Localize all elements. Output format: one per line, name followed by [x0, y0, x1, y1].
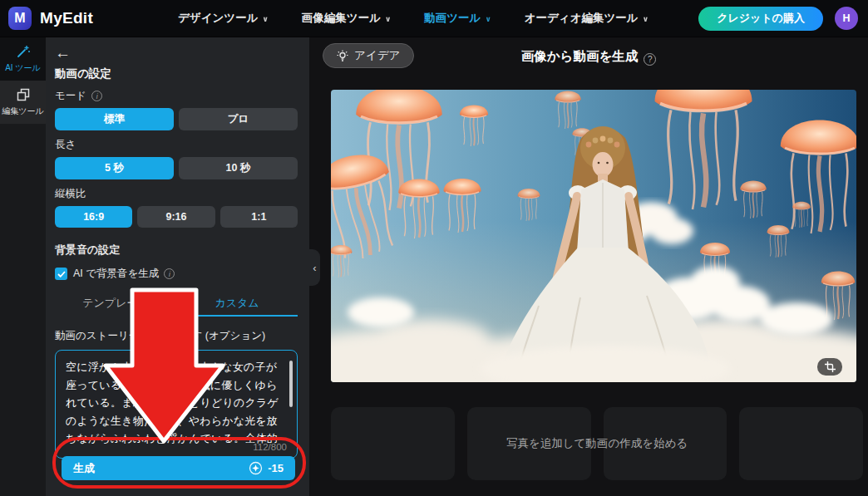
label-text: 長さ	[55, 138, 76, 152]
check-icon	[57, 271, 66, 277]
thumbnail-placeholder[interactable]	[331, 407, 455, 480]
textarea-scrollbar[interactable]	[289, 361, 293, 407]
story-textarea[interactable]: 空に浮かぶ大きな雲の上で小さな女の子が座っている。女の子の髪は風に優しくゆられて…	[55, 350, 298, 459]
mode-standard-button[interactable]: 標準	[55, 108, 174, 130]
bgm-section-title: 背景音の設定	[55, 243, 298, 258]
menu-label: オーディオ編集ツール	[525, 11, 639, 26]
layers-icon	[16, 87, 31, 102]
user-avatar[interactable]: H	[835, 7, 858, 30]
menu-image-tools[interactable]: 画像編集ツール ∨	[302, 11, 391, 26]
panel-collapse-handle[interactable]: ‹	[309, 249, 320, 286]
chevron-down-icon: ∨	[385, 15, 391, 23]
mode-options: 標準 プロ	[55, 108, 298, 130]
label-text: AI で背景音を生成	[73, 267, 159, 281]
help-icon[interactable]: ?	[644, 53, 656, 66]
aspect-16-9-button[interactable]: 16:9	[55, 206, 132, 228]
tab-custom[interactable]: カスタム	[176, 292, 298, 317]
page-title-row: 画像から動画を生成?	[309, 48, 868, 66]
info-icon[interactable]: i	[164, 268, 175, 279]
rail-item-edit-tools[interactable]: 編集ツール	[0, 81, 46, 124]
menu-label: 画像編集ツール	[302, 11, 381, 26]
info-icon[interactable]: i	[91, 91, 102, 101]
generate-button[interactable]: 生成 -15	[62, 456, 295, 480]
menu-audio-tools[interactable]: オーディオ編集ツール ∨	[525, 11, 649, 26]
menu-video-tools[interactable]: 動画ツール ∨	[424, 11, 491, 26]
thumbnail-placeholder[interactable]	[739, 407, 863, 480]
story-label: 動画のストーリーを記述します (オプション)	[55, 329, 298, 343]
bgm-checkbox-row: AI で背景音を生成 i	[55, 267, 298, 281]
crop-button[interactable]	[817, 358, 842, 376]
bgm-checkbox-label: AI で背景音を生成 i	[73, 267, 175, 281]
menu-label: デザインツール	[178, 11, 258, 26]
label-text: 背景音の設定	[55, 243, 120, 258]
generate-label: 生成	[73, 461, 95, 476]
menu-design-tools[interactable]: デザインツール ∨	[178, 11, 269, 26]
thumbnail-row	[331, 407, 863, 480]
main-area: アイデア 画像から動画を生成?	[309, 37, 868, 496]
top-nav: M MyEdit デザインツール ∨ 画像編集ツール ∨ 動画ツール ∨ オーデ…	[0, 0, 868, 37]
myedit-app: M MyEdit デザインツール ∨ 画像編集ツール ∨ 動画ツール ∨ オーデ…	[0, 0, 868, 496]
tab-template[interactable]: テンプレート	[55, 292, 176, 317]
rail-label: 編集ツール	[2, 106, 43, 117]
rail-label: AI ツール	[5, 62, 41, 74]
buy-credits-button[interactable]: クレジットの購入	[698, 7, 823, 31]
nav-right: クレジットの購入 H	[698, 7, 858, 31]
aspect-ratio-label: 縦横比	[55, 187, 298, 201]
length-10s-button[interactable]: 10 秒	[179, 157, 298, 179]
length-5s-button[interactable]: 5 秒	[55, 157, 174, 179]
page-title: 画像から動画を生成	[521, 49, 639, 63]
magic-wand-icon	[16, 44, 31, 59]
menu-label: 動画ツール	[424, 11, 481, 26]
length-options: 5 秒 10 秒	[55, 157, 298, 179]
aspect-1-1-button[interactable]: 1:1	[220, 206, 298, 228]
brand-name[interactable]: MyEdit	[40, 9, 93, 27]
bgm-tabs: テンプレート カスタム	[55, 292, 298, 317]
generate-cost: -15	[249, 461, 284, 475]
nav-menu: デザインツール ∨ 画像編集ツール ∨ 動画ツール ∨ オーディオ編集ツール ∨	[178, 11, 649, 26]
preview-image	[331, 90, 856, 382]
tool-rail: AI ツール 編集ツール	[0, 37, 46, 496]
aspect-options: 16:9 9:16 1:1	[55, 206, 298, 228]
panel-title: 動画の設定	[55, 66, 298, 81]
back-arrow-icon[interactable]: ←	[55, 46, 73, 61]
length-label: 長さ	[55, 138, 298, 152]
credit-coin-icon	[249, 461, 263, 475]
rail-item-ai-tools[interactable]: AI ツール	[0, 37, 46, 81]
thumbnail-placeholder[interactable]	[604, 407, 727, 480]
char-counter: 112/800	[253, 442, 287, 452]
chevron-down-icon: ∨	[485, 15, 491, 23]
label-text: モード	[55, 89, 86, 103]
cost-value: -15	[268, 462, 284, 474]
thumbnail-placeholder[interactable]	[467, 407, 591, 480]
story-text: 空に浮かぶ大きな雲の上で小さな女の子が座っている。女の子の髪は風に優しくゆられて…	[66, 358, 279, 450]
video-settings-panel: ← 動画の設定 モード i 標準 プロ 長さ 5 秒 10 秒 縦横比 16:9…	[46, 37, 309, 496]
chevron-down-icon: ∨	[643, 15, 649, 23]
chevron-down-icon: ∨	[263, 15, 269, 23]
label-text: 縦横比	[55, 187, 86, 201]
mode-label: モード i	[55, 89, 298, 103]
bgm-checkbox[interactable]	[55, 268, 67, 280]
crop-icon	[825, 361, 836, 372]
aspect-9-16-button[interactable]: 9:16	[137, 206, 215, 228]
myedit-logo-icon[interactable]: M	[8, 7, 32, 30]
mode-pro-button[interactable]: プロ	[179, 108, 298, 130]
